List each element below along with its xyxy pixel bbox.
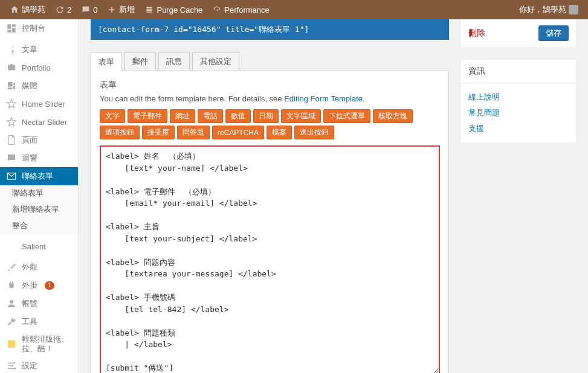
faq-link[interactable]: 常見問題 bbox=[468, 105, 569, 121]
menu-pages[interactable]: 頁面 bbox=[0, 131, 78, 149]
user-name: 鵠學苑 bbox=[543, 5, 566, 14]
tag-button-2[interactable]: 網址 bbox=[170, 109, 195, 123]
menu-salient[interactable]: Salient bbox=[0, 237, 78, 255]
gauge-icon bbox=[212, 5, 222, 14]
admin-bar-account[interactable]: 你好，鵠學苑 bbox=[514, 0, 583, 19]
menu-plugins[interactable]: 外掛1 bbox=[0, 276, 78, 295]
updates-icon bbox=[55, 5, 65, 14]
new-label: 新增 bbox=[119, 4, 135, 15]
form-template-textarea[interactable] bbox=[100, 145, 440, 373]
svg-rect-0 bbox=[8, 340, 15, 348]
menu-portfolio[interactable]: Portfolio bbox=[0, 59, 78, 77]
admin-bar-updates[interactable]: 2 bbox=[50, 0, 76, 19]
shortcode-display[interactable]: [contact-form-7 id="16456" title="聯絡表單 1… bbox=[91, 19, 449, 40]
tag-button-13[interactable]: 檔案 bbox=[267, 126, 292, 139]
tag-button-1[interactable]: 電子郵件 bbox=[128, 109, 167, 123]
svg-point-3 bbox=[15, 368, 16, 369]
admin-bar-purge[interactable]: Purge Cache bbox=[140, 0, 207, 19]
tab-messages[interactable]: 訊息 bbox=[158, 52, 190, 71]
wrench-icon bbox=[6, 316, 17, 327]
tag-button-7[interactable]: 下拉式選單 bbox=[323, 109, 370, 123]
admin-bar-new[interactable]: 新增 bbox=[102, 0, 140, 19]
purge-label: Purge Cache bbox=[157, 5, 202, 14]
pin-icon bbox=[6, 44, 17, 55]
tag-button-11[interactable]: 問答題 bbox=[177, 126, 210, 139]
panel-title: 表單 bbox=[100, 80, 440, 91]
page-icon bbox=[6, 135, 17, 145]
cache-icon bbox=[144, 5, 154, 14]
tag-generator-row: 文字電子郵件網址電話數值日期文字區域下拉式選單核取方塊選項按鈕接受度問答題reC… bbox=[100, 109, 440, 139]
tag-button-5[interactable]: 日期 bbox=[253, 109, 279, 123]
menu-comments[interactable]: 迴響 bbox=[0, 149, 78, 167]
form-panel: 表單 You can edit the form template here. … bbox=[91, 71, 449, 373]
tab-form[interactable]: 表單 bbox=[91, 53, 122, 71]
svg-point-1 bbox=[13, 362, 15, 364]
admin-bar-site[interactable]: 鵠學苑 bbox=[5, 0, 50, 19]
submenu-contact-list[interactable]: 聯絡表單 bbox=[0, 185, 78, 202]
tag-button-3[interactable]: 電話 bbox=[198, 109, 223, 123]
media-icon bbox=[6, 80, 17, 91]
doc-link[interactable]: Editing Form Template bbox=[284, 94, 363, 103]
menu-settings[interactable]: 設定 bbox=[0, 357, 78, 373]
plugins-badge: 1 bbox=[45, 281, 54, 290]
tag-button-4[interactable]: 數值 bbox=[225, 109, 251, 123]
tag-button-14[interactable]: 送出按鈕 bbox=[294, 126, 334, 139]
avatar bbox=[569, 5, 578, 14]
delete-link[interactable]: 刪除 bbox=[468, 28, 485, 39]
tag-button-6[interactable]: 文字區域 bbox=[281, 109, 321, 123]
menu-appearance[interactable]: 外觀 bbox=[0, 258, 78, 276]
plugin-icon bbox=[6, 280, 17, 291]
menu-tools[interactable]: 工具 bbox=[0, 313, 78, 331]
theme-icon bbox=[6, 241, 17, 252]
menu-media[interactable]: 媒體 bbox=[0, 77, 78, 95]
menu-users[interactable]: 帳號 bbox=[0, 295, 78, 313]
panel-desc: You can edit the form template here. For… bbox=[100, 94, 440, 103]
menu-home-slider[interactable]: Home Slider bbox=[0, 95, 78, 113]
updates-count: 2 bbox=[67, 5, 71, 14]
comments-count: 0 bbox=[93, 5, 97, 14]
tag-button-12[interactable]: reCAPTCHA bbox=[212, 126, 264, 139]
dashboard-icon bbox=[6, 23, 17, 34]
howdy-prefix: 你好， bbox=[519, 5, 543, 14]
menu-nectar-slider[interactable]: Nectar Slider bbox=[0, 113, 78, 131]
star-icon bbox=[6, 98, 17, 109]
user-icon bbox=[6, 298, 17, 309]
site-name: 鵠學苑 bbox=[22, 4, 45, 15]
submenu-contact-new[interactable]: 新增聯絡表單 bbox=[0, 202, 78, 218]
tab-mail[interactable]: 郵件 bbox=[124, 52, 156, 71]
portfolio-icon bbox=[6, 62, 17, 73]
admin-bar: 鵠學苑 2 0 新增 Purge Cache Performance 你好，鵠學… bbox=[0, 0, 588, 19]
status-box: 刪除 儲存 bbox=[461, 19, 576, 48]
mail-icon bbox=[6, 171, 17, 182]
brush-icon bbox=[6, 262, 17, 273]
menu-contact[interactable]: 聯絡表單 bbox=[0, 167, 78, 185]
tag-button-8[interactable]: 核取方塊 bbox=[373, 109, 413, 123]
tab-additional[interactable]: 其他設定 bbox=[192, 52, 239, 71]
comment-icon bbox=[81, 5, 91, 14]
layout-icon bbox=[6, 339, 17, 349]
admin-sidebar: 控制台 文章 Portfolio 媒體 Home Slider Nectar S… bbox=[0, 19, 79, 373]
info-box: 資訊 線上說明 常見問題 支援 bbox=[461, 60, 576, 142]
tab-nav: 表單 郵件 訊息 其他設定 bbox=[91, 52, 449, 71]
tag-button-0[interactable]: 文字 bbox=[100, 109, 125, 123]
support-link[interactable]: 支援 bbox=[468, 121, 569, 136]
home-icon bbox=[10, 5, 19, 14]
menu-easy-layout[interactable]: 輕鬆排版拖、拉、酷！ bbox=[0, 331, 78, 357]
save-button[interactable]: 儲存 bbox=[538, 25, 569, 41]
comment-icon bbox=[6, 153, 17, 164]
sliders-icon bbox=[6, 360, 17, 371]
plus-icon bbox=[107, 5, 117, 14]
tag-button-9[interactable]: 選項按鈕 bbox=[100, 126, 140, 139]
perf-label: Performance bbox=[224, 5, 269, 14]
submenu-contact-integration[interactable]: 整合 bbox=[0, 218, 78, 234]
svg-point-2 bbox=[11, 365, 13, 367]
tag-button-10[interactable]: 接受度 bbox=[142, 126, 175, 139]
info-title: 資訊 bbox=[461, 60, 576, 83]
star-icon bbox=[6, 116, 17, 127]
admin-bar-comments[interactable]: 0 bbox=[76, 0, 102, 19]
menu-posts[interactable]: 文章 bbox=[0, 40, 78, 59]
menu-dashboard[interactable]: 控制台 bbox=[0, 19, 78, 37]
docs-link[interactable]: 線上說明 bbox=[468, 89, 569, 105]
admin-bar-performance[interactable]: Performance bbox=[207, 0, 274, 19]
